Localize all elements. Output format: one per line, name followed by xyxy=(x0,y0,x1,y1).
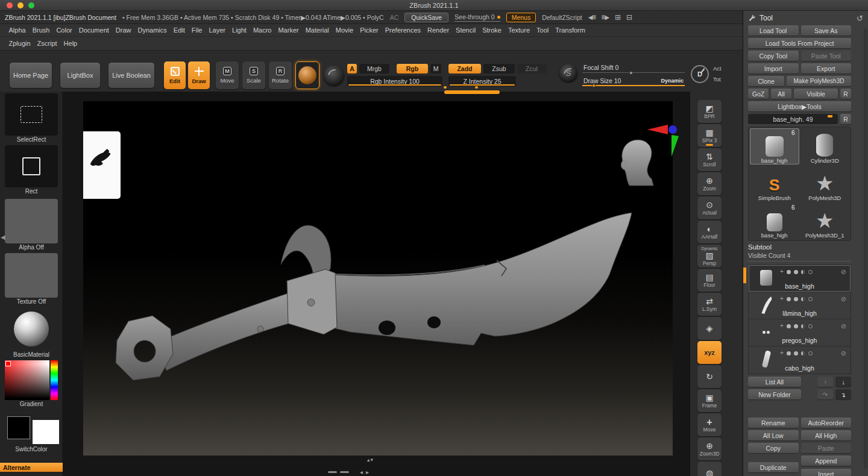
menu-item[interactable]: Movie xyxy=(332,27,356,34)
subtool-icon-strip[interactable]: + xyxy=(780,269,813,274)
switch-color[interactable]: SwitchColor xyxy=(5,415,58,453)
load-tool-button[interactable]: Load Tool xyxy=(748,25,799,36)
menu-item[interactable]: Picker xyxy=(357,27,382,34)
copy-tool-button[interactable]: Copy Tool xyxy=(748,51,799,61)
no-symbol-icon[interactable]: ⊘ xyxy=(841,295,846,303)
uv-icon[interactable] xyxy=(801,324,805,328)
right-toolbar-button[interactable]: ⇄ L.Sym xyxy=(697,293,722,316)
rgb-intensity-slider[interactable]: Rgb Intensity 100 xyxy=(347,76,442,86)
import-button[interactable]: Import xyxy=(748,63,799,74)
insert-button[interactable]: Insert xyxy=(801,469,852,476)
goz-r-button[interactable]: R xyxy=(840,89,851,99)
right-toolbar-button[interactable]: ◩ BPR xyxy=(697,100,722,123)
eye-icon[interactable] xyxy=(787,270,791,274)
document-canvas[interactable]: ▴▾ ◂ ▸ xyxy=(63,92,690,476)
all-high-button[interactable]: All High xyxy=(801,430,852,440)
stroke-type-button[interactable] xyxy=(324,65,344,86)
active-tool-slider[interactable]: base_high. 49 xyxy=(748,114,838,124)
right-toolbar-button[interactable]: ◐ AAHalf xyxy=(697,221,722,243)
material-thumbnail[interactable] xyxy=(5,307,58,351)
stroke-selector[interactable]: SelectRect xyxy=(5,93,58,143)
menus-toggle-button[interactable]: Menus xyxy=(506,13,536,22)
menu-item[interactable]: Preferences xyxy=(382,27,424,34)
rect-thumbnail[interactable] xyxy=(5,145,58,187)
timeline-prev-icon[interactable]: ◀‖‖ xyxy=(588,14,596,20)
draw-size-dial-icon[interactable]: D xyxy=(691,65,709,83)
right-toolbar-button[interactable]: Dynamic ▨ Persp xyxy=(697,245,722,268)
right-toolbar-button[interactable]: ▣ Frame xyxy=(697,389,722,412)
alpha-channel-button[interactable]: A xyxy=(347,64,357,74)
tool-item[interactable]: Cylinder3D xyxy=(800,128,850,164)
polyframe-icon[interactable]: + xyxy=(780,324,784,328)
document-area[interactable] xyxy=(83,101,673,456)
gradient-picker[interactable] xyxy=(5,360,58,400)
alpha-off-thumbnail[interactable] xyxy=(5,199,58,243)
right-toolbar-button[interactable]: ▦ SPix 3 xyxy=(697,124,722,147)
edit-button[interactable]: Edit xyxy=(164,61,186,89)
mrgb-button[interactable]: Mrgb xyxy=(359,64,389,74)
m-button[interactable]: M xyxy=(430,64,441,74)
duplicate-button[interactable]: Duplicate xyxy=(748,462,799,472)
canvas-vertical-scroll[interactable]: ▴▾ xyxy=(367,457,374,463)
draw-size-handle[interactable] xyxy=(592,84,596,87)
unfold-button[interactable]: ↴ xyxy=(835,389,851,399)
menu-item[interactable]: Dynamics xyxy=(134,27,170,34)
polypaint-icon[interactable] xyxy=(794,297,798,301)
subtool-row[interactable]: + ⊘ pregos_high xyxy=(749,319,851,346)
menu-item[interactable]: Brush xyxy=(29,27,53,34)
subtool-row[interactable]: + ⊘ cabo_high xyxy=(749,346,851,374)
eye-icon[interactable] xyxy=(787,324,791,328)
right-toolbar-button[interactable]: ⊕ Zoom xyxy=(697,172,722,195)
tool-item[interactable]: ★ PolyMesh3D_1 xyxy=(800,203,850,239)
material-selector[interactable]: BasicMaterial xyxy=(5,307,58,359)
make-polymesh3d-button[interactable]: Make PolyMesh3D xyxy=(787,76,851,86)
eye-icon[interactable] xyxy=(787,297,791,301)
draw-button[interactable]: Draw xyxy=(188,61,210,89)
canvas-horizontal-scroll[interactable]: ◂ ▸ xyxy=(328,469,369,475)
right-toolbar-button[interactable]: xyz xyxy=(697,341,722,364)
see-through-handle[interactable] xyxy=(497,16,500,19)
polypaint-icon[interactable] xyxy=(794,351,798,355)
menu-item[interactable]: Macro xyxy=(250,27,275,34)
right-toolbar-button[interactable]: + Move xyxy=(697,413,722,436)
document-preview-thumbnail[interactable] xyxy=(83,131,121,199)
stroke-rect[interactable]: Rect xyxy=(5,145,58,195)
menu-item[interactable]: Help xyxy=(60,40,81,47)
uv-icon[interactable] xyxy=(801,351,805,355)
right-toolbar-button[interactable]: ↻ xyxy=(697,365,722,388)
see-through-slider[interactable]: See-through 0 xyxy=(454,13,500,22)
quicksave-button[interactable]: QuickSave xyxy=(404,13,448,22)
polypaint-icon[interactable] xyxy=(794,324,798,328)
subtool-section-title[interactable]: Subtool xyxy=(748,243,863,251)
add-view-icon[interactable]: ⊞ xyxy=(615,13,620,22)
tool-item[interactable]: ★ PolyMesh3D xyxy=(800,166,850,202)
no-symbol-icon[interactable]: ⊘ xyxy=(841,349,846,357)
menu-item[interactable]: Transform xyxy=(552,27,589,34)
switch-color-thumbnail[interactable] xyxy=(5,415,58,445)
polyframe-icon[interactable]: + xyxy=(780,296,784,301)
displacement-icon[interactable] xyxy=(808,297,813,301)
right-toolbar-button[interactable]: ⊕ Zoom3D xyxy=(697,437,722,460)
current-brush-button[interactable] xyxy=(295,61,319,89)
subtool-icon-strip[interactable]: + xyxy=(780,324,813,328)
axis-gizmo[interactable] xyxy=(647,123,685,159)
alpha-selector[interactable]: Alpha Off xyxy=(5,199,58,251)
live-boolean-button[interactable]: Live Boolean xyxy=(108,63,154,88)
paste-tool-button[interactable]: Paste Tool xyxy=(801,51,852,61)
eye-icon[interactable] xyxy=(787,351,791,355)
default-zscript-button[interactable]: DefaultZScript xyxy=(542,14,582,21)
menu-item[interactable]: Zscript xyxy=(34,40,60,47)
texture-off-thumbnail[interactable] xyxy=(5,253,58,298)
displacement-icon[interactable] xyxy=(808,270,813,274)
append-button[interactable]: Append xyxy=(801,456,852,466)
right-toolbar-button[interactable]: ◍ xyxy=(697,462,722,476)
polyframe-icon[interactable]: + xyxy=(780,269,784,274)
right-toolbar-button[interactable]: ⊙ Actual xyxy=(697,196,722,219)
zsub-button[interactable]: Zsub xyxy=(483,64,515,74)
goz-all-button[interactable]: All xyxy=(771,89,791,99)
menu-item[interactable]: Render xyxy=(424,27,453,34)
menu-item[interactable]: Draw xyxy=(112,27,134,34)
rgb-button[interactable]: Rgb xyxy=(397,64,428,74)
dynamic-label[interactable]: Dynamic xyxy=(661,78,684,84)
saturation-value-area[interactable] xyxy=(5,360,49,400)
